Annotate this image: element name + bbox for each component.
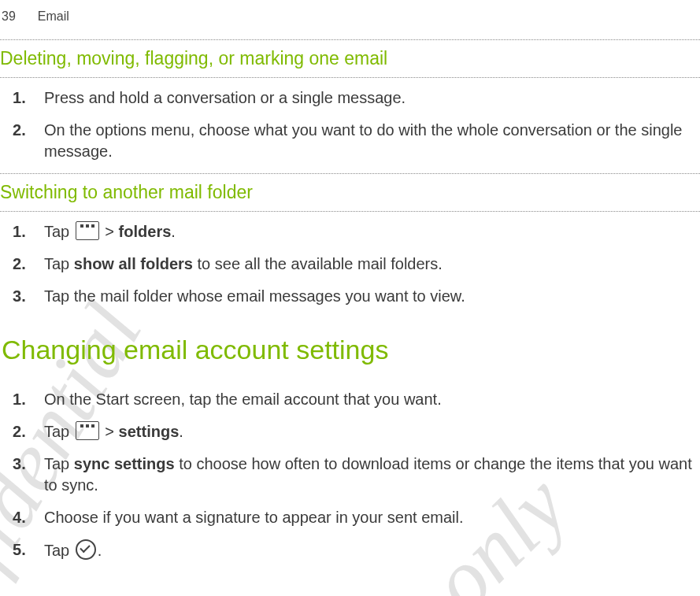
bold-text: settings — [119, 423, 180, 440]
text: . — [98, 542, 102, 559]
section1-steps: Press and hold a conversation or a singl… — [0, 87, 700, 162]
section2-step2: Tap show all folders to see all the avai… — [30, 254, 695, 275]
text: Tap — [44, 223, 74, 240]
section2-step3: Tap the mail folder whose email messages… — [30, 286, 695, 307]
section1-step1: Press and hold a conversation or a singl… — [30, 87, 695, 109]
bold-text: sync settings — [74, 455, 175, 472]
text: Tap — [44, 423, 74, 440]
text: to see all the available mail folders. — [193, 255, 443, 272]
section3-step3: Tap sync settings to choose how often to… — [30, 453, 695, 496]
section2-steps: Tap > folders. Tap show all folders to s… — [0, 221, 700, 307]
section3-steps: On the Start screen, tap the email accou… — [0, 389, 700, 561]
section2-heading: Switching to another mail folder — [0, 180, 700, 205]
check-circle-icon — [76, 539, 96, 560]
page-header: 39 Email — [0, 8, 700, 33]
section2-step1: Tap > folders. — [30, 221, 695, 242]
section3-step5: Tap . — [30, 539, 695, 561]
section3-step1: On the Start screen, tap the email accou… — [30, 389, 695, 410]
bold-text: folders — [119, 223, 172, 240]
section-heading-block: Deleting, moving, flagging, or marking o… — [0, 39, 700, 78]
page-number: 39 — [0, 8, 16, 25]
text: Tap — [44, 455, 74, 472]
text: > — [101, 423, 119, 440]
text: . — [179, 423, 183, 440]
bold-text: show all folders — [74, 255, 193, 272]
text: Tap — [44, 255, 74, 272]
section1-heading: Deleting, moving, flagging, or marking o… — [0, 46, 700, 71]
section1-step2: On the options menu, choose what you wan… — [30, 120, 695, 162]
section3-step4: Choose if you want a signature to appear… — [30, 507, 695, 528]
more-icon — [76, 221, 99, 240]
section-heading-block: Switching to another mail folder — [0, 173, 700, 212]
section3-heading: Changing email account settings — [0, 332, 700, 368]
text: Tap — [44, 542, 74, 559]
text: > — [101, 223, 119, 240]
section3-step2: Tap > settings. — [30, 421, 695, 442]
more-icon — [76, 421, 99, 440]
chapter-title: Email — [38, 8, 69, 25]
page-container: 39 Email Deleting, moving, flagging, or … — [0, 0, 700, 561]
text: . — [171, 223, 176, 240]
